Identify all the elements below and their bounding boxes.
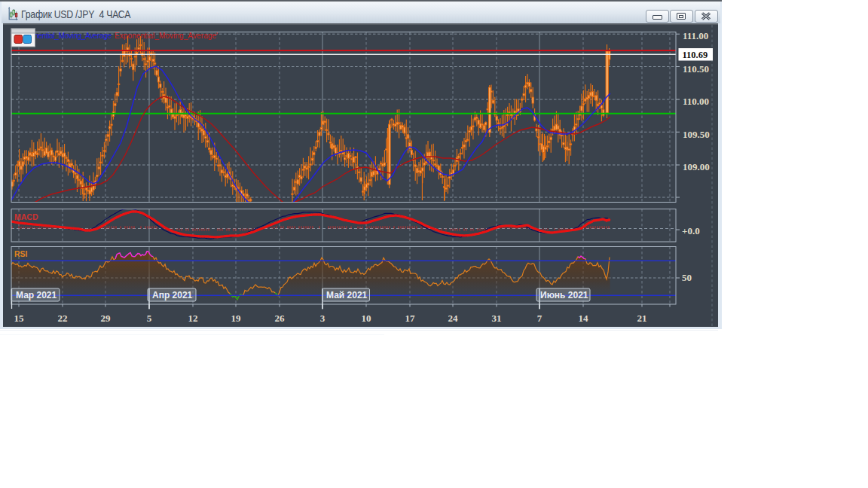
svg-text:21: 21 (637, 313, 647, 324)
svg-text:17: 17 (405, 313, 416, 324)
svg-text:14: 14 (579, 313, 589, 324)
svg-text:50: 50 (682, 272, 692, 283)
svg-text:Июнь 2021: Июнь 2021 (540, 290, 588, 300)
svg-text:110.50: 110.50 (683, 63, 709, 75)
svg-text:110.00: 110.00 (683, 96, 709, 107)
svg-text:+0.0: +0.0 (682, 225, 700, 236)
svg-text:111.00: 111.00 (683, 30, 708, 41)
svg-text:31: 31 (492, 313, 502, 324)
svg-text:19: 19 (231, 313, 242, 324)
svg-text:29: 29 (101, 313, 112, 324)
svg-text:3: 3 (320, 313, 326, 324)
svg-text:109.50: 109.50 (683, 129, 710, 140)
svg-text:Мар 2021: Мар 2021 (16, 290, 57, 300)
svg-text:Апр 2021: Апр 2021 (152, 290, 193, 300)
svg-text:RSI: RSI (14, 249, 28, 258)
svg-text:15: 15 (14, 313, 25, 324)
svg-text:110.69: 110.69 (683, 50, 708, 60)
svg-text:Май 2021: Май 2021 (326, 290, 368, 300)
svg-text:10: 10 (362, 313, 371, 324)
svg-text:7: 7 (537, 313, 542, 324)
svg-text:109.00: 109.00 (683, 161, 710, 172)
svg-text:MACD: MACD (14, 212, 38, 221)
svg-text:24: 24 (448, 313, 459, 324)
svg-text:Exponential_Moving_Average': Exponential_Moving_Average' (115, 32, 218, 40)
svg-text:12: 12 (188, 313, 198, 324)
svg-text:26: 26 (275, 313, 286, 324)
svg-text:22: 22 (58, 313, 68, 324)
svg-text:5: 5 (147, 313, 152, 324)
